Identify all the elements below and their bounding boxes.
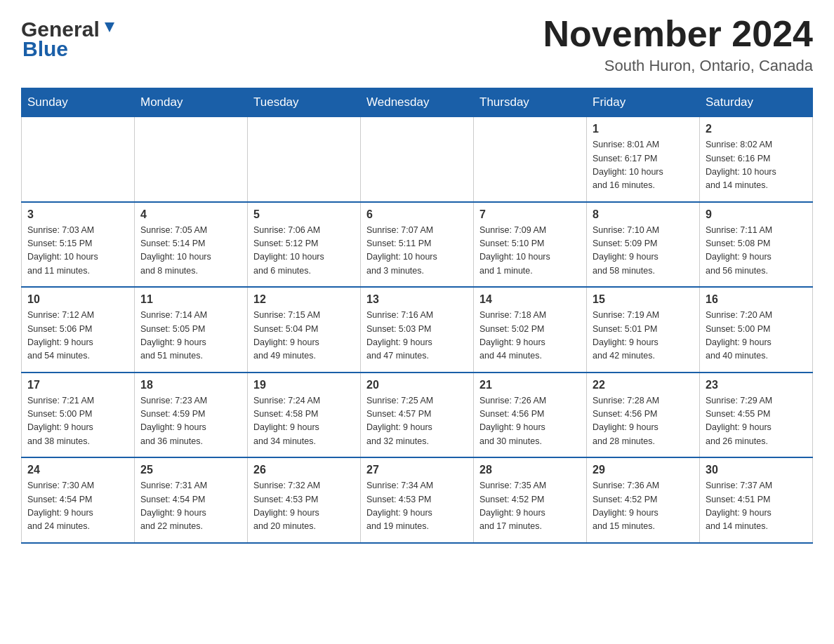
weekday-header-monday: Monday (135, 88, 248, 117)
weekday-header-thursday: Thursday (474, 88, 587, 117)
day-info: Sunrise: 7:20 AM Sunset: 5:00 PM Dayligh… (706, 309, 807, 363)
week-row-5: 24Sunrise: 7:30 AM Sunset: 4:54 PM Dayli… (22, 457, 813, 543)
day-info: Sunrise: 7:28 AM Sunset: 4:56 PM Dayligh… (593, 394, 694, 449)
day-number: 30 (706, 464, 807, 476)
day-info: Sunrise: 7:03 AM Sunset: 5:15 PM Dayligh… (27, 224, 128, 279)
day-number: 12 (253, 293, 355, 306)
day-number: 23 (706, 379, 807, 391)
calendar-cell (248, 117, 361, 202)
day-number: 7 (479, 208, 581, 221)
week-row-3: 10Sunrise: 7:12 AM Sunset: 5:06 PM Dayli… (22, 287, 813, 373)
day-number: 21 (479, 379, 581, 391)
day-number: 16 (706, 293, 807, 306)
day-info: Sunrise: 7:25 AM Sunset: 4:57 PM Dayligh… (366, 394, 468, 449)
day-info: Sunrise: 7:05 AM Sunset: 5:14 PM Dayligh… (140, 224, 241, 279)
week-row-4: 17Sunrise: 7:21 AM Sunset: 5:00 PM Dayli… (22, 373, 813, 458)
calendar-table: SundayMondayTuesdayWednesdayThursdayFrid… (21, 88, 813, 544)
calendar-cell: 22Sunrise: 7:28 AM Sunset: 4:56 PM Dayli… (587, 373, 700, 458)
page-header: General Blue November 2024 South Huron, … (21, 14, 813, 75)
weekday-header-friday: Friday (587, 88, 700, 117)
day-number: 22 (593, 379, 694, 391)
week-row-2: 3Sunrise: 7:03 AM Sunset: 5:15 PM Daylig… (22, 202, 813, 288)
calendar-cell: 6Sunrise: 7:07 AM Sunset: 5:11 PM Daylig… (361, 202, 474, 288)
calendar-cell: 4Sunrise: 7:05 AM Sunset: 5:14 PM Daylig… (135, 202, 248, 288)
calendar-cell: 9Sunrise: 7:11 AM Sunset: 5:08 PM Daylig… (700, 202, 813, 288)
day-info: Sunrise: 7:29 AM Sunset: 4:55 PM Dayligh… (706, 394, 807, 449)
calendar-cell: 21Sunrise: 7:26 AM Sunset: 4:56 PM Dayli… (474, 373, 587, 458)
day-number: 25 (140, 464, 241, 476)
day-info: Sunrise: 7:12 AM Sunset: 5:06 PM Dayligh… (27, 309, 128, 363)
day-info: Sunrise: 7:37 AM Sunset: 4:51 PM Dayligh… (706, 479, 807, 534)
day-number: 28 (479, 464, 581, 476)
day-info: Sunrise: 7:31 AM Sunset: 4:54 PM Dayligh… (140, 479, 241, 534)
day-number: 27 (366, 464, 468, 476)
calendar-cell: 17Sunrise: 7:21 AM Sunset: 5:00 PM Dayli… (22, 373, 135, 458)
day-info: Sunrise: 7:07 AM Sunset: 5:11 PM Dayligh… (366, 224, 468, 279)
svg-marker-0 (105, 22, 114, 32)
day-number: 24 (27, 464, 128, 476)
calendar-cell: 26Sunrise: 7:32 AM Sunset: 4:53 PM Dayli… (248, 457, 361, 543)
logo: General Blue (21, 14, 117, 61)
calendar-subtitle: South Huron, Ontario, Canada (543, 57, 813, 75)
day-info: Sunrise: 7:32 AM Sunset: 4:53 PM Dayligh… (253, 479, 355, 534)
day-number: 18 (140, 379, 241, 391)
calendar-cell: 15Sunrise: 7:19 AM Sunset: 5:01 PM Dayli… (587, 287, 700, 373)
calendar-cell: 24Sunrise: 7:30 AM Sunset: 4:54 PM Dayli… (22, 457, 135, 543)
calendar-cell: 14Sunrise: 7:18 AM Sunset: 5:02 PM Dayli… (474, 287, 587, 373)
day-number: 9 (706, 208, 807, 221)
day-number: 13 (366, 293, 468, 306)
day-info: Sunrise: 7:24 AM Sunset: 4:58 PM Dayligh… (253, 394, 355, 449)
day-info: Sunrise: 7:26 AM Sunset: 4:56 PM Dayligh… (479, 394, 581, 449)
calendar-cell: 27Sunrise: 7:34 AM Sunset: 4:53 PM Dayli… (361, 457, 474, 543)
title-area: November 2024 South Huron, Ontario, Cana… (543, 14, 813, 75)
calendar-title: November 2024 (543, 14, 813, 54)
day-number: 1 (593, 123, 694, 135)
calendar-cell (22, 117, 135, 202)
calendar-cell: 12Sunrise: 7:15 AM Sunset: 5:04 PM Dayli… (248, 287, 361, 373)
day-info: Sunrise: 7:30 AM Sunset: 4:54 PM Dayligh… (27, 479, 128, 534)
weekday-header-tuesday: Tuesday (248, 88, 361, 117)
day-info: Sunrise: 7:35 AM Sunset: 4:52 PM Dayligh… (479, 479, 581, 534)
day-info: Sunrise: 7:14 AM Sunset: 5:05 PM Dayligh… (140, 309, 241, 363)
calendar-cell: 3Sunrise: 7:03 AM Sunset: 5:15 PM Daylig… (22, 202, 135, 288)
calendar-cell (361, 117, 474, 202)
weekday-header-saturday: Saturday (700, 88, 813, 117)
calendar-cell: 19Sunrise: 7:24 AM Sunset: 4:58 PM Dayli… (248, 373, 361, 458)
day-number: 20 (366, 379, 468, 391)
day-info: Sunrise: 7:36 AM Sunset: 4:52 PM Dayligh… (593, 479, 694, 534)
day-number: 4 (140, 208, 241, 221)
day-number: 15 (593, 293, 694, 306)
calendar-cell: 28Sunrise: 7:35 AM Sunset: 4:52 PM Dayli… (474, 457, 587, 543)
weekday-header-sunday: Sunday (22, 88, 135, 117)
day-info: Sunrise: 7:11 AM Sunset: 5:08 PM Dayligh… (706, 224, 807, 279)
day-number: 19 (253, 379, 355, 391)
day-number: 2 (706, 123, 807, 135)
day-number: 26 (253, 464, 355, 476)
day-info: Sunrise: 7:18 AM Sunset: 5:02 PM Dayligh… (479, 309, 581, 363)
day-info: Sunrise: 7:09 AM Sunset: 5:10 PM Dayligh… (479, 224, 581, 279)
calendar-cell (135, 117, 248, 202)
logo-arrow-icon (102, 20, 117, 38)
day-info: Sunrise: 7:21 AM Sunset: 5:00 PM Dayligh… (27, 394, 128, 449)
calendar-cell: 16Sunrise: 7:20 AM Sunset: 5:00 PM Dayli… (700, 287, 813, 373)
day-info: Sunrise: 7:19 AM Sunset: 5:01 PM Dayligh… (593, 309, 694, 363)
day-number: 29 (593, 464, 694, 476)
calendar-cell: 29Sunrise: 7:36 AM Sunset: 4:52 PM Dayli… (587, 457, 700, 543)
calendar-cell: 23Sunrise: 7:29 AM Sunset: 4:55 PM Dayli… (700, 373, 813, 458)
day-info: Sunrise: 7:23 AM Sunset: 4:59 PM Dayligh… (140, 394, 241, 449)
day-info: Sunrise: 7:06 AM Sunset: 5:12 PM Dayligh… (253, 224, 355, 279)
day-info: Sunrise: 8:01 AM Sunset: 6:17 PM Dayligh… (593, 138, 694, 193)
weekday-header-row: SundayMondayTuesdayWednesdayThursdayFrid… (22, 88, 813, 117)
day-info: Sunrise: 8:02 AM Sunset: 6:16 PM Dayligh… (706, 138, 807, 193)
calendar-cell: 11Sunrise: 7:14 AM Sunset: 5:05 PM Dayli… (135, 287, 248, 373)
day-number: 8 (593, 208, 694, 221)
day-number: 14 (479, 293, 581, 306)
calendar-cell: 2Sunrise: 8:02 AM Sunset: 6:16 PM Daylig… (700, 117, 813, 202)
day-number: 5 (253, 208, 355, 221)
day-info: Sunrise: 7:10 AM Sunset: 5:09 PM Dayligh… (593, 224, 694, 279)
calendar-cell: 13Sunrise: 7:16 AM Sunset: 5:03 PM Dayli… (361, 287, 474, 373)
day-number: 17 (27, 379, 128, 391)
calendar-cell: 18Sunrise: 7:23 AM Sunset: 4:59 PM Dayli… (135, 373, 248, 458)
logo-blue-text: Blue (22, 37, 68, 61)
day-number: 11 (140, 293, 241, 306)
